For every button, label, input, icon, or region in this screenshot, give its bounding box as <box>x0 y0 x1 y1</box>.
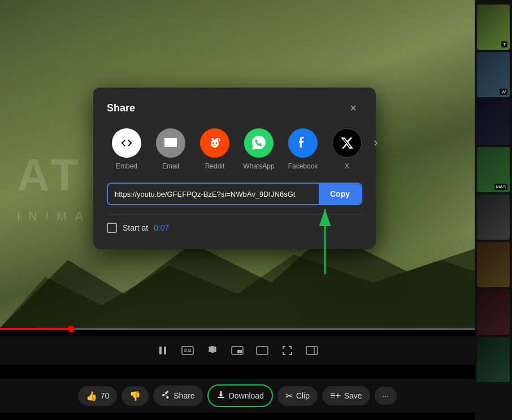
share-more-button[interactable] <box>371 128 380 158</box>
sidebar-thumb-7[interactable] <box>477 289 510 335</box>
save-label: Save <box>344 391 362 400</box>
progress-bar[interactable] <box>0 328 475 330</box>
svg-rect-3 <box>164 347 166 354</box>
share-embed-item[interactable]: Embed <box>107 128 146 170</box>
share-action-label: Share <box>173 391 194 400</box>
share-facebook-item[interactable]: Facebook <box>283 128 323 170</box>
svg-rect-12 <box>306 347 318 354</box>
progress-dot <box>68 326 75 332</box>
action-bar: 👍 70 👎 Share Download ✂ Clip ≡+ Save ··· <box>0 379 475 413</box>
miniplayer-button[interactable] <box>228 341 246 360</box>
more-button[interactable]: ··· <box>375 387 397 405</box>
fullscreen-button[interactable] <box>278 341 296 360</box>
share-icon <box>161 390 170 401</box>
share-reddit-item[interactable]: Reddit <box>195 128 235 170</box>
x-icon <box>332 128 362 158</box>
player-controls <box>0 336 475 365</box>
embed-icon <box>112 128 141 158</box>
download-icon <box>216 390 225 401</box>
svg-rect-10 <box>237 350 242 353</box>
clip-label: Clip <box>296 391 310 400</box>
whatsapp-label: WhatsApp <box>243 162 274 170</box>
svg-point-20 <box>216 138 218 140</box>
close-icon: × <box>350 102 357 115</box>
copy-label: Copy <box>330 189 350 198</box>
save-button[interactable]: ≡+ Save <box>322 386 370 405</box>
video-subtitle: INIMA <box>17 209 91 224</box>
more-icon: ··· <box>383 391 389 400</box>
pause-button[interactable] <box>154 341 172 360</box>
share-email-item[interactable]: Email <box>151 128 190 170</box>
svg-rect-11 <box>257 347 268 354</box>
thumbs-down-icon: 👎 <box>129 391 141 401</box>
playlist-add-icon: ≡+ <box>330 391 341 401</box>
sidebar-thumb-5[interactable] <box>477 194 510 240</box>
share-modal-title: Share <box>107 102 135 114</box>
dislike-button[interactable]: 👎 <box>122 386 149 406</box>
start-at-time[interactable]: 0:07 <box>154 223 169 232</box>
sidebar-thumb-8[interactable] <box>477 337 510 382</box>
svg-rect-4 <box>182 347 193 354</box>
start-at-row: Start at 0:07 <box>107 223 362 233</box>
start-at-label: Start at <box>123 223 148 232</box>
settings-button[interactable] <box>203 341 222 360</box>
like-count: 70 <box>101 391 110 400</box>
url-input[interactable] <box>108 184 319 204</box>
svg-point-16 <box>216 142 218 144</box>
share-action-button[interactable]: Share <box>153 386 202 406</box>
sidebar-thumb-4[interactable]: MAS <box>477 147 510 192</box>
sidebar: T W MAS <box>475 0 512 420</box>
sidebar-thumb-1[interactable]: T <box>477 5 510 50</box>
scissors-icon: ✂ <box>285 391 293 401</box>
embed-label: Embed <box>116 162 137 170</box>
download-label: Download <box>229 391 264 400</box>
share-icons-row: Embed Email Reddit WhatsApp <box>107 128 362 170</box>
url-copy-area: Copy <box>107 183 362 205</box>
theater-button[interactable] <box>253 341 271 360</box>
sidebar-thumb-3[interactable] <box>477 99 510 145</box>
reddit-label: Reddit <box>205 162 225 170</box>
email-label: Email <box>162 162 179 170</box>
share-modal-header: Share × <box>107 99 362 117</box>
sidebar-thumb-1-label: T <box>501 41 507 47</box>
share-modal: Share × Embed Email Reddit <box>93 88 376 249</box>
progress-fill <box>0 328 71 330</box>
like-button[interactable]: 👍 70 <box>78 386 118 406</box>
share-whatsapp-item[interactable]: WhatsApp <box>239 128 279 170</box>
whatsapp-icon <box>244 128 274 158</box>
svg-rect-2 <box>159 347 162 354</box>
facebook-icon <box>288 128 318 158</box>
email-icon <box>156 128 185 158</box>
video-big-text: AT <box>17 153 83 198</box>
sidebar-thumb-2-label: W <box>500 89 507 95</box>
captions-button[interactable] <box>179 341 197 360</box>
facebook-label: Facebook <box>288 162 318 170</box>
copy-button[interactable]: Copy <box>319 184 361 204</box>
divider <box>107 214 362 215</box>
sidebar-thumb-2[interactable]: W <box>477 52 510 97</box>
close-button[interactable]: × <box>344 99 362 117</box>
svg-point-19 <box>211 138 214 140</box>
x-label: X <box>345 162 349 170</box>
download-button[interactable]: Download <box>207 384 273 407</box>
clip-button[interactable]: ✂ Clip <box>277 386 318 406</box>
sidebar-toggle-button[interactable] <box>303 341 321 360</box>
sidebar-thumb-6[interactable] <box>477 242 510 287</box>
sidebar-thumb-4-label: MAS <box>494 184 507 190</box>
start-at-checkbox[interactable] <box>107 223 117 233</box>
reddit-icon <box>200 128 229 158</box>
svg-point-15 <box>212 142 214 144</box>
thumbs-up-icon: 👍 <box>86 391 97 401</box>
share-x-item[interactable]: X <box>327 128 367 170</box>
